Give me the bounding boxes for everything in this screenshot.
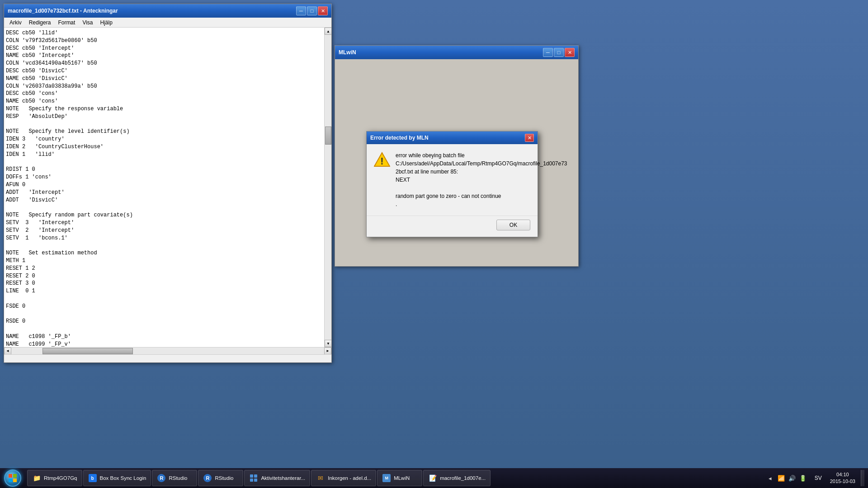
tray-network-icon[interactable]: 📶 bbox=[777, 474, 786, 483]
taskbar-item-aktivitet[interactable]: Aktivitetshanterar... bbox=[244, 470, 310, 486]
tray-volume-icon[interactable]: 🔊 bbox=[788, 474, 797, 483]
dialog-titlebar[interactable]: Error detected by MLN ✕ bbox=[367, 131, 538, 144]
taskbar-item-label-mlwin: MLwiN bbox=[394, 475, 410, 481]
menu-bar: Arkiv Redigera Format Visa Hjälp bbox=[4, 18, 331, 28]
dialog-line6: random part gone to zero - can not conti… bbox=[396, 193, 501, 199]
mlwin-close-button[interactable]: ✕ bbox=[565, 48, 575, 57]
taskbar-item-inkorgen[interactable]: ✉Inkorgen - adel.d... bbox=[311, 470, 376, 486]
notepad-titlebar[interactable]: macrofile_1d007e732bcf.txt - Anteckninga… bbox=[4, 4, 331, 18]
scroll-h-thumb[interactable] bbox=[42, 348, 133, 354]
scroll-down-button[interactable]: ▼ bbox=[325, 340, 331, 347]
taskbar-item-macrofile[interactable]: 📝macrofile_1d007e... bbox=[423, 470, 491, 486]
notepad-title: macrofile_1d007e732bcf.txt - Anteckninga… bbox=[8, 8, 296, 14]
mail-icon: ✉ bbox=[316, 474, 325, 483]
dialog-line1: error while obeying batch file bbox=[396, 152, 465, 159]
mlwin-title: MLwiN bbox=[339, 49, 543, 56]
dialog-footer: OK bbox=[367, 216, 538, 237]
taskbar-item-label-aktivitet: Aktivitetshanterar... bbox=[261, 475, 305, 481]
r-icon2: R bbox=[203, 474, 212, 483]
taskbar-item-label-rstudio1: RStudio bbox=[169, 475, 187, 481]
notepad-window: macrofile_1d007e732bcf.txt - Anteckninga… bbox=[4, 4, 332, 363]
taskbar: 📁Rtmp4GO7GqbBox Box Sync LoginRRStudioRR… bbox=[0, 468, 868, 488]
error-dialog: Error detected by MLN ✕ ! error while ob… bbox=[366, 131, 538, 237]
dialog-line2: C:/Users/adel/AppData/Local/Temp/Rtmp4GO… bbox=[396, 160, 567, 167]
svg-rect-7 bbox=[254, 474, 257, 478]
vertical-scrollbar[interactable]: ▲ ▼ bbox=[324, 28, 331, 347]
svg-rect-4 bbox=[9, 479, 12, 482]
dialog-message: error while obeying batch file C:/Users/… bbox=[396, 151, 567, 208]
taskbar-tray: ◂ 📶 🔊 🔋 SV 04:10 2015-10-03 bbox=[760, 468, 868, 488]
dialog-line3: 2bcf.txt at line number 85: bbox=[396, 169, 458, 175]
taskbar-item-label-box-sync: Box Box Sync Login bbox=[100, 475, 146, 481]
mlwin-minimize-button[interactable]: ─ bbox=[543, 48, 553, 57]
window-controls: ─ □ ✕ bbox=[296, 6, 328, 15]
dialog-title: Error detected by MLN bbox=[370, 135, 429, 141]
mlwin-icon: M bbox=[382, 474, 391, 483]
scroll-h-track[interactable] bbox=[11, 347, 324, 355]
taskbar-item-label-rtmp: Rtmp4GO7Gq bbox=[44, 475, 77, 481]
svg-rect-6 bbox=[250, 474, 253, 478]
scroll-right-button[interactable]: ► bbox=[324, 347, 331, 355]
notepad-content-area: DESC cb50 'llid' COLN 'v79f32d5617be0860… bbox=[4, 28, 331, 347]
mlwin-maximize-button[interactable]: □ bbox=[554, 48, 564, 57]
desktop: macrofile_1d007e732bcf.txt - Anteckninga… bbox=[0, 0, 868, 488]
svg-rect-2 bbox=[9, 474, 12, 478]
r-icon: R bbox=[157, 474, 166, 483]
tray-battery-icon[interactable]: 🔋 bbox=[798, 474, 807, 483]
menu-format[interactable]: Format bbox=[54, 19, 79, 27]
tray-arrow-icon[interactable]: ◂ bbox=[766, 474, 775, 483]
tray-icons: ◂ 📶 🔊 🔋 bbox=[763, 474, 810, 483]
taskbar-item-rtmp[interactable]: 📁Rtmp4GO7Gq bbox=[27, 470, 82, 486]
start-button[interactable] bbox=[0, 468, 25, 488]
maximize-button[interactable]: □ bbox=[307, 6, 317, 15]
notepad-icon2: 📝 bbox=[428, 474, 437, 483]
minimize-button[interactable]: ─ bbox=[296, 6, 306, 15]
svg-rect-3 bbox=[13, 474, 17, 478]
menu-arkiv[interactable]: Arkiv bbox=[6, 19, 25, 27]
gear-icon2 bbox=[249, 474, 258, 483]
menu-visa[interactable]: Visa bbox=[79, 19, 96, 27]
svg-rect-8 bbox=[250, 479, 253, 482]
horizontal-scrollbar[interactable]: ◄ ► bbox=[4, 347, 331, 354]
dialog-body: ! error while obeying batch file C:/User… bbox=[367, 144, 538, 216]
language-indicator[interactable]: SV bbox=[812, 475, 825, 481]
scroll-up-button[interactable]: ▲ bbox=[325, 28, 331, 35]
taskbar-item-box-sync[interactable]: bBox Box Sync Login bbox=[83, 470, 151, 486]
start-orb[interactable] bbox=[4, 469, 21, 487]
taskbar-item-rstudio1[interactable]: RRStudio bbox=[152, 470, 197, 486]
svg-rect-9 bbox=[254, 479, 257, 482]
dialog-line4: NEXT bbox=[396, 177, 410, 183]
show-desktop-button[interactable] bbox=[861, 470, 864, 486]
folder-icon: 📁 bbox=[32, 474, 41, 483]
clock-date: 2015-10-03 bbox=[830, 478, 855, 485]
taskbar-item-mlwin[interactable]: MMLwiN bbox=[377, 470, 422, 486]
warning-icon: ! bbox=[374, 151, 390, 168]
scroll-track[interactable] bbox=[325, 35, 331, 340]
taskbar-items: 📁Rtmp4GO7GqbBox Box Sync LoginRRStudioRR… bbox=[25, 468, 760, 488]
system-clock[interactable]: 04:10 2015-10-03 bbox=[826, 471, 859, 485]
scroll-thumb[interactable] bbox=[325, 127, 331, 145]
taskbar-item-label-inkorgen: Inkorgen - adel.d... bbox=[328, 475, 371, 481]
svg-text:!: ! bbox=[380, 155, 383, 167]
notepad-statusbar bbox=[4, 354, 331, 362]
close-button[interactable]: ✕ bbox=[318, 6, 328, 15]
menu-hjälp[interactable]: Hjälp bbox=[97, 19, 116, 27]
svg-rect-5 bbox=[13, 479, 17, 482]
dialog-line7: . bbox=[396, 201, 397, 207]
menu-redigera[interactable]: Redigera bbox=[25, 19, 55, 27]
dialog-ok-button[interactable]: OK bbox=[496, 220, 530, 230]
mlwin-window-controls: ─ □ ✕ bbox=[543, 48, 575, 57]
taskbar-item-rstudio2[interactable]: RRStudio bbox=[198, 470, 243, 486]
notepad-text[interactable]: DESC cb50 'llid' COLN 'v79f32d5617be0860… bbox=[4, 28, 324, 347]
box-icon: b bbox=[88, 474, 97, 483]
dialog-close-button[interactable]: ✕ bbox=[525, 134, 534, 142]
taskbar-item-label-rstudio2: RStudio bbox=[215, 475, 233, 481]
clock-time: 04:10 bbox=[836, 471, 849, 478]
scroll-left-button[interactable]: ◄ bbox=[4, 347, 11, 355]
taskbar-item-label-macrofile: macrofile_1d007e... bbox=[440, 475, 486, 481]
mlwin-titlebar[interactable]: MLwiN ─ □ ✕ bbox=[335, 46, 578, 59]
